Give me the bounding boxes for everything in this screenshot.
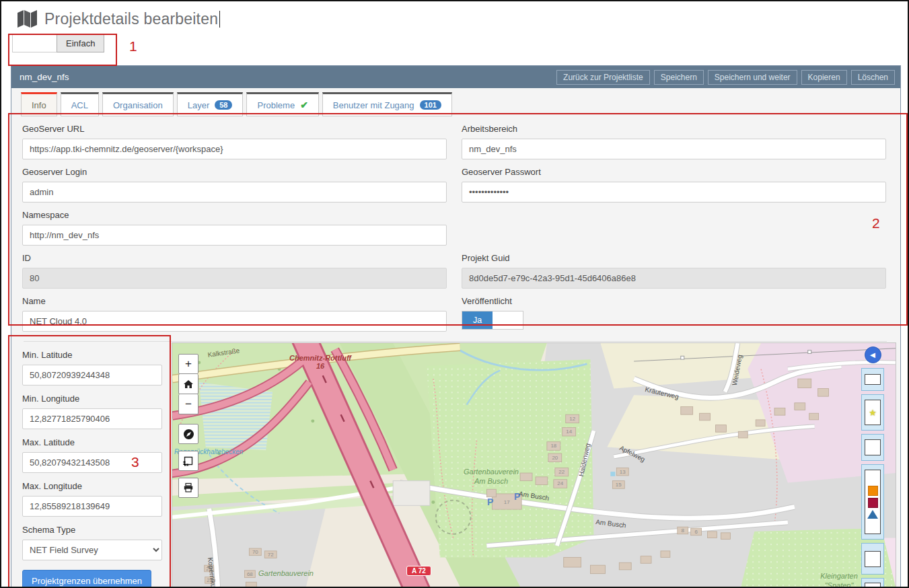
svg-text:20: 20 (552, 455, 558, 461)
triangle-swatch (867, 510, 878, 519)
field-projekt-guid: Projekt Guid (462, 246, 886, 289)
svg-text:23: 23 (207, 577, 213, 583)
namespace-input[interactable] (22, 225, 447, 246)
mode-toggle-switch[interactable] (12, 34, 57, 52)
published-toggle-off[interactable] (493, 311, 523, 329)
geoserver-passwort-input[interactable] (462, 182, 886, 203)
project-name: nm_dev_nfs (20, 72, 69, 82)
bounds-sidebar: Min. Latitude Min. Longitude Max. Latitu… (11, 342, 172, 587)
svg-text:68: 68 (247, 571, 253, 577)
field-min-longitude: Min. Longitude (22, 394, 162, 429)
field-namespace: Namespace (22, 203, 447, 246)
field-veroeffentlicht: Veröffentlicht Ja (462, 289, 886, 332)
save-button[interactable]: Speichern (654, 70, 704, 85)
min-longitude-input[interactable] (22, 408, 162, 429)
minus-icon: − (185, 398, 192, 411)
map-legend: ◄ ★ (861, 346, 885, 587)
copy-button[interactable]: Kopieren (801, 70, 847, 85)
legend-item-4[interactable] (861, 464, 884, 540)
tab-probleme[interactable]: Probleme✔ (246, 92, 318, 116)
projekt-guid-input (462, 268, 886, 289)
legend-item-5[interactable] (861, 543, 884, 575)
max-longitude-input[interactable] (22, 496, 162, 517)
tab-acl[interactable]: ACL (61, 92, 99, 116)
geoserver-login-input[interactable] (22, 182, 447, 203)
tab-info[interactable]: Info (21, 92, 57, 116)
map-canvas[interactable]: 12 14 18 20 22 24 13 15 17 8 6 70 72 25 (172, 343, 896, 587)
svg-text:12: 12 (569, 416, 575, 422)
info-form: GeoServer URL Arbeitsbereich Geoserver L… (11, 116, 900, 340)
field-min-latitude: Min. Latitude (22, 350, 162, 385)
printer-icon (183, 482, 194, 493)
map-extent-button[interactable] (178, 451, 198, 471)
page: Projektdetails bearbeiten Einfach nm_dev… (0, 0, 909, 588)
id-input (22, 268, 447, 289)
tab-organisation[interactable]: Organisation (102, 92, 174, 116)
svg-text:13: 13 (620, 469, 626, 475)
field-geoserver-passwort: Geoserver Passwort (462, 159, 886, 203)
bounds-section: Min. Latitude Min. Longitude Max. Latitu… (11, 342, 900, 587)
layer-count-badge: 58 (215, 100, 232, 110)
field-geoserver-login: Geoserver Login (22, 159, 447, 203)
arbeitsbereich-input[interactable] (462, 139, 886, 159)
panel-header: nm_dev_nfs Zurück zur Projektliste Speic… (11, 66, 900, 88)
map-zoom-out-button[interactable]: − (178, 394, 198, 414)
text-cursor (219, 11, 220, 28)
legend-collapse-button[interactable]: ◄ (865, 346, 881, 363)
star-icon: ★ (869, 408, 877, 417)
map-print-button[interactable] (178, 478, 198, 498)
mode-einfach-button[interactable]: Einfach (57, 34, 104, 52)
map-container[interactable]: 12 14 18 20 22 24 13 15 17 8 6 70 72 25 (172, 342, 896, 587)
field-arbeitsbereich: Arbeitsbereich (462, 116, 886, 159)
save-and-continue-button[interactable]: Speichern und weiter (708, 70, 797, 85)
legend-item-3[interactable] (861, 434, 884, 461)
red-swatch (868, 498, 878, 508)
svg-text:70: 70 (252, 549, 258, 555)
user-count-badge: 101 (420, 100, 441, 110)
legend-item-1[interactable] (861, 368, 884, 391)
geoserver-url-input[interactable] (22, 139, 447, 159)
max-latitude-input[interactable] (22, 452, 162, 473)
tab-layer[interactable]: Layer58 (177, 92, 244, 116)
project-panel: nm_dev_nfs Zurück zur Projektliste Speic… (11, 65, 901, 588)
svg-text:22: 22 (558, 469, 565, 475)
svg-text:18: 18 (550, 443, 556, 449)
map-zoom-in-button[interactable]: + (178, 354, 198, 374)
panel-actions: Zurück zur Projektliste Speichern Speich… (556, 70, 895, 85)
field-geoserver-url: GeoServer URL (22, 116, 447, 159)
arrow-left-icon: ◄ (869, 350, 877, 360)
map-icon (16, 9, 38, 28)
svg-text:72: 72 (268, 552, 274, 558)
svg-text:14: 14 (566, 429, 572, 435)
svg-text:6: 6 (694, 529, 698, 535)
app-header: Projektdetails bearbeiten (1, 1, 908, 28)
orange-swatch (868, 486, 878, 496)
field-name: Name (22, 289, 447, 332)
min-latitude-input[interactable] (22, 365, 162, 385)
field-schema-type: Schema Type NET Field Survey (22, 525, 162, 560)
map-home-button[interactable] (178, 374, 198, 394)
svg-text:25: 25 (206, 566, 212, 572)
map-locate-button[interactable] (178, 424, 198, 444)
field-id: ID (22, 246, 447, 289)
published-toggle-on[interactable]: Ja (462, 311, 493, 329)
svg-text:24: 24 (557, 481, 563, 487)
name-input[interactable] (22, 311, 447, 332)
legend-item-2[interactable]: ★ (861, 394, 884, 431)
tab-benutzer-mit-zugang[interactable]: Benutzer mit Zugang101 (322, 92, 452, 116)
extent-icon (183, 455, 194, 466)
field-max-latitude: Max. Latitude (22, 437, 162, 473)
delete-button[interactable]: Löschen (851, 70, 895, 85)
published-toggle[interactable]: Ja (462, 311, 523, 330)
apply-project-bounds-button[interactable]: Projektgrenzen übernehmen (22, 570, 151, 588)
plus-icon: + (185, 357, 192, 371)
field-max-longitude: Max. Longitude (22, 481, 162, 517)
svg-text:8: 8 (682, 527, 685, 534)
back-to-projectlist-button[interactable]: Zurück zur Projektliste (556, 70, 650, 85)
home-icon (183, 379, 194, 390)
svg-text:15: 15 (616, 482, 622, 488)
legend-item-6[interactable] (861, 578, 884, 587)
schema-type-select[interactable]: NET Field Survey (22, 540, 162, 560)
tab-bar: Info ACL Organisation Layer58 Probleme✔ … (11, 88, 900, 116)
svg-text:17: 17 (504, 500, 510, 506)
